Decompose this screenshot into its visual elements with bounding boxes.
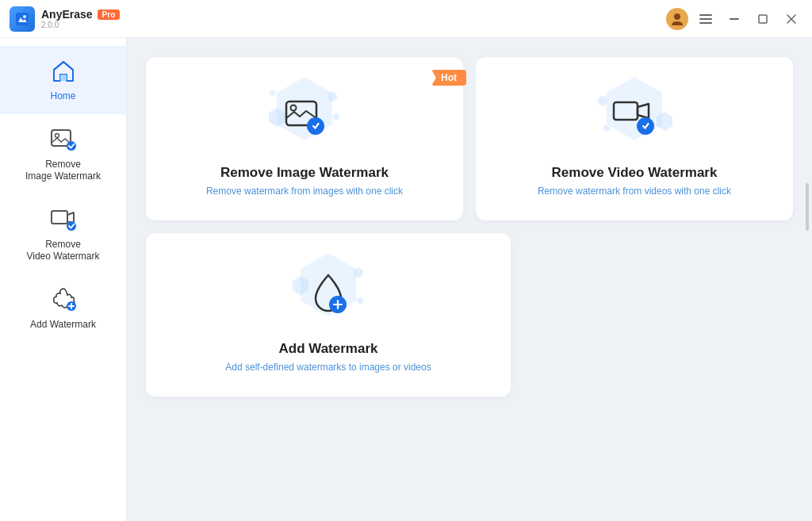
svg-point-37 bbox=[357, 297, 363, 304]
sidebar-item-remove-image[interactable]: RemoveImage Watermark bbox=[0, 114, 126, 194]
card-remove-image-desc: Remove watermark from images with one cl… bbox=[206, 186, 403, 197]
sidebar-item-remove-video[interactable]: RemoveVideo Watermark bbox=[0, 194, 126, 274]
remove-image-icon bbox=[49, 125, 78, 154]
app-name-group: AnyErase Pro 2.0.0 bbox=[41, 8, 120, 29]
close-button[interactable] bbox=[780, 8, 802, 30]
svg-rect-32 bbox=[614, 102, 638, 120]
minimize-button[interactable] bbox=[723, 8, 745, 30]
card-icon-remove-image bbox=[269, 81, 340, 152]
app-info: AnyErase Pro 2.0.0 bbox=[10, 6, 120, 32]
svg-rect-10 bbox=[60, 75, 67, 81]
cards-grid: Hot bbox=[146, 57, 793, 396]
svg-rect-6 bbox=[730, 18, 739, 20]
svg-rect-0 bbox=[16, 13, 29, 25]
card-remove-image-title: Remove Image Watermark bbox=[220, 165, 389, 181]
sidebar-item-add-watermark[interactable]: Add Watermark bbox=[0, 274, 126, 343]
card-add-watermark-desc: Add self-defined watermarks to images or… bbox=[225, 362, 431, 373]
card-remove-video-desc: Remove watermark from videos with one cl… bbox=[538, 186, 731, 197]
card-icon-add-watermark bbox=[293, 257, 364, 328]
main-layout: Home RemoveImage Watermark bbox=[0, 38, 812, 521]
sidebar: Home RemoveImage Watermark bbox=[0, 38, 127, 521]
svg-point-22 bbox=[327, 92, 337, 102]
svg-point-30 bbox=[598, 96, 607, 105]
title-bar: AnyErase Pro 2.0.0 bbox=[0, 0, 812, 38]
svg-rect-3 bbox=[699, 14, 712, 16]
sidebar-item-home-label: Home bbox=[50, 90, 75, 103]
pro-badge: Pro bbox=[98, 10, 121, 20]
svg-rect-4 bbox=[699, 18, 712, 20]
svg-point-15 bbox=[67, 221, 76, 231]
svg-point-12 bbox=[55, 133, 59, 137]
svg-point-31 bbox=[603, 125, 610, 132]
home-icon bbox=[49, 57, 78, 86]
sidebar-item-home[interactable]: Home bbox=[0, 46, 126, 114]
card-remove-video[interactable]: Remove Video Watermark Remove watermark … bbox=[476, 57, 793, 220]
svg-rect-14 bbox=[52, 211, 67, 224]
add-watermark-icon bbox=[49, 285, 78, 314]
content-area: Hot bbox=[127, 38, 812, 521]
maximize-button[interactable] bbox=[752, 8, 774, 30]
svg-point-26 bbox=[291, 105, 297, 111]
svg-rect-5 bbox=[699, 22, 712, 24]
app-version: 2.0.0 bbox=[41, 21, 120, 29]
app-name-text: AnyErase bbox=[41, 8, 93, 21]
card-remove-image[interactable]: Hot bbox=[146, 57, 463, 220]
app-logo bbox=[10, 6, 35, 32]
card-icon-remove-video bbox=[599, 81, 670, 152]
card-add-watermark-title: Add Watermark bbox=[278, 341, 377, 357]
app-name: AnyErase Pro bbox=[41, 8, 120, 21]
sidebar-item-add-watermark-label: Add Watermark bbox=[30, 319, 96, 331]
window-controls bbox=[666, 8, 802, 30]
svg-point-36 bbox=[354, 268, 363, 278]
menu-button[interactable] bbox=[695, 8, 717, 30]
card-add-watermark[interactable]: Add Watermark Add self-defined watermark… bbox=[146, 233, 511, 396]
svg-point-1 bbox=[23, 15, 26, 18]
hot-badge: Hot bbox=[431, 70, 466, 86]
svg-rect-7 bbox=[759, 15, 767, 23]
sidebar-item-remove-video-label: RemoveVideo Watermark bbox=[26, 239, 99, 263]
svg-point-2 bbox=[674, 13, 680, 20]
sidebar-item-remove-image-label: RemoveImage Watermark bbox=[25, 159, 101, 183]
svg-point-13 bbox=[67, 141, 76, 151]
remove-video-icon bbox=[49, 205, 78, 234]
svg-point-24 bbox=[270, 90, 276, 96]
user-avatar[interactable] bbox=[666, 8, 688, 30]
scroll-indicator[interactable] bbox=[806, 183, 809, 231]
svg-point-23 bbox=[333, 113, 339, 120]
card-remove-video-title: Remove Video Watermark bbox=[552, 165, 718, 181]
